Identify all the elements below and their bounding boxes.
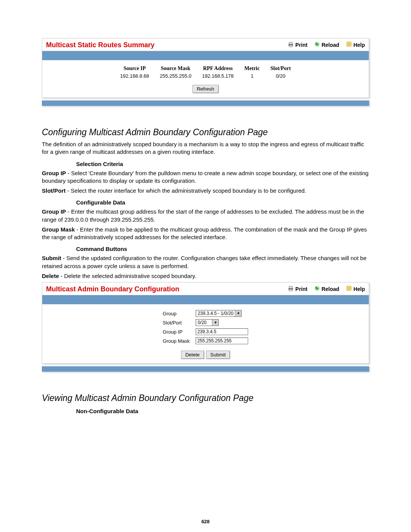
help-icon (346, 286, 352, 292)
svg-rect-9 (289, 286, 292, 288)
panel-titlebar: Multicast Admin Boundary Configuration P… (42, 283, 369, 295)
svg-rect-13 (347, 287, 350, 288)
col-source-ip: Source IP (115, 65, 155, 72)
cell-source-mask: 255.255.255.0 (155, 72, 197, 80)
accent-bar-bottom (42, 100, 369, 106)
item-slotport-sel: Slot/Port - Select the router interface … (42, 187, 369, 195)
svg-rect-10 (289, 289, 292, 291)
label-groupip: Group IP (160, 327, 193, 336)
accent-bar (42, 51, 369, 60)
print-button[interactable]: Print (288, 286, 307, 292)
svg-rect-1 (289, 42, 292, 44)
table-row: 192.168.8.68 255.255.255.0 192.168.5.178… (115, 72, 296, 80)
subhead-selection-criteria: Selection Criteria (76, 161, 369, 167)
cell-source-ip: 192.168.8.68 (115, 72, 155, 80)
reload-button[interactable]: Reload (314, 286, 339, 292)
reload-icon (314, 286, 320, 292)
desc-groupip-sel: Select 'Create Boundary' from the pulldo… (42, 170, 368, 184)
slotport-select-value: 0/20 (196, 320, 212, 326)
col-rpf-address: RPF Address (197, 65, 239, 72)
panel-titlebar: Multicast Static Routes Summary Print Re… (42, 38, 369, 51)
col-metric: Metric (239, 65, 265, 72)
panel-body: Source IP Source Mask RPF Address Metric… (42, 60, 369, 97)
item-groupip-cfg: Group IP - Enter the multicast group add… (42, 208, 369, 224)
desc-groupmask-cfg: Enter the mask to be applied to the mult… (42, 226, 367, 240)
item-groupip-sel: Group IP - Select 'Create Boundary' from… (42, 169, 369, 185)
reload-label: Reload (322, 42, 339, 48)
svg-rect-2 (289, 45, 292, 47)
reload-button[interactable]: Reload (314, 42, 339, 48)
label-groupmask: Group Mask (160, 336, 193, 345)
cell-slot-port: 0/20 (265, 72, 296, 80)
help-button[interactable]: Help (346, 286, 365, 292)
chevron-down-icon: ▼ (212, 320, 218, 326)
panel-body: Group 239.3.4.5 - 1/0/20 ▼ Slot/Port 0/2… (42, 304, 369, 363)
subhead-nonconfigurable-data: Non-Configurable Data (76, 408, 369, 414)
help-label: Help (354, 286, 365, 292)
term-group-mask: Group Mask (42, 226, 75, 233)
reload-icon (314, 42, 320, 48)
desc-groupip-cfg: Enter the multicast group address for th… (42, 208, 364, 222)
subhead-command-buttons: Command Buttons (76, 246, 369, 252)
svg-rect-7 (347, 45, 350, 46)
term-group-ip2: Group IP (42, 208, 66, 215)
label-group: Group (160, 309, 193, 318)
reload-label: Reload (322, 286, 339, 292)
refresh-button[interactable]: Refresh (193, 85, 218, 93)
print-icon (288, 286, 294, 292)
accent-bar-bottom (42, 366, 369, 372)
desc-slotport-sel: Select the router interface for which th… (71, 187, 306, 194)
svg-rect-15 (347, 289, 350, 290)
routes-summary-panel: Multicast Static Routes Summary Print Re… (42, 38, 369, 98)
chevron-down-icon: ▼ (235, 310, 241, 316)
boundary-config-panel: Multicast Admin Boundary Configuration P… (42, 282, 369, 364)
section-heading: Viewing Multicast Admin Boundary Configu… (42, 393, 369, 403)
print-icon (288, 42, 294, 48)
slotport-select[interactable]: 0/20 ▼ (196, 319, 219, 326)
print-button[interactable]: Print (288, 42, 307, 48)
svg-rect-14 (347, 288, 350, 289)
panel-title: Multicast Admin Boundary Configuration (46, 285, 281, 293)
delete-button[interactable]: Delete (181, 351, 204, 359)
item-delete: Delete - Delete the selected administrat… (42, 272, 369, 280)
col-source-mask: Source Mask (155, 65, 197, 72)
help-label: Help (354, 42, 365, 48)
desc-submit: Send the updated configuration to the ro… (42, 255, 366, 269)
item-submit: Submit - Send the updated configuration … (42, 254, 369, 270)
config-form: Group 239.3.4.5 - 1/0/20 ▼ Slot/Port 0/2… (160, 309, 252, 345)
term-slot-port: Slot/Port (42, 187, 66, 194)
print-label: Print (295, 42, 307, 48)
term-delete: Delete (42, 273, 59, 279)
label-slotport: Slot/Port (160, 318, 193, 327)
cell-metric: 1 (239, 72, 265, 80)
svg-rect-5 (347, 43, 350, 43)
item-groupmask-cfg: Group Mask - Enter the mask to be applie… (42, 226, 369, 241)
page-number: 628 (0, 519, 411, 524)
subhead-configurable-data: Configurable Data (76, 199, 369, 206)
group-select[interactable]: 239.3.4.5 - 1/0/20 ▼ (196, 310, 242, 317)
submit-button[interactable]: Submit (206, 351, 230, 359)
panel-title: Multicast Static Routes Summary (46, 41, 281, 49)
col-slot-port: Slot/Port (265, 65, 296, 72)
help-button[interactable]: Help (346, 42, 365, 48)
routes-table: Source IP Source Mask RPF Address Metric… (115, 65, 296, 80)
desc-delete: Delete the selected administrative scope… (64, 273, 196, 279)
term-submit: Submit (42, 255, 61, 261)
groupip-input[interactable] (196, 328, 248, 335)
accent-bar (42, 295, 369, 304)
help-icon (346, 42, 352, 48)
print-label: Print (295, 286, 307, 292)
groupmask-input[interactable] (196, 337, 248, 344)
svg-rect-6 (347, 44, 350, 45)
intro-text: The definition of an administratively sc… (42, 141, 369, 156)
group-select-value: 239.3.4.5 - 1/0/20 (196, 310, 235, 316)
term-group-ip: Group IP (42, 170, 66, 176)
cell-rpf-address: 192.168.5.178 (197, 72, 239, 80)
section-heading: Configuring Multicast Admin Boundary Con… (42, 127, 369, 137)
